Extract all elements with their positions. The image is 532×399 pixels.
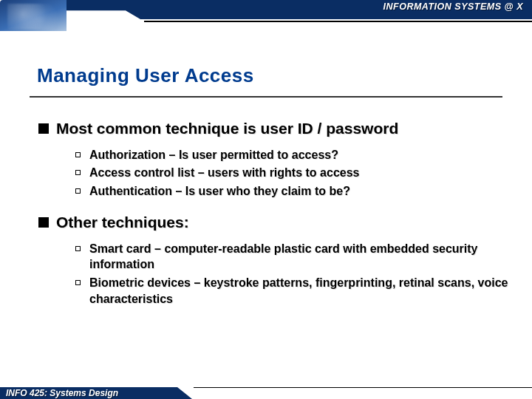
sub-bullet-list: Authorization – Is user permitted to acc… <box>38 143 510 212</box>
bullet-level2: Smart card – computer-readable plastic c… <box>75 241 510 273</box>
slide: INFORMATION SYSTEMS @ X Managing User Ac… <box>0 0 532 399</box>
bullet-level2: Authorization – Is user permitted to acc… <box>75 147 510 163</box>
bullet-level1: Other techniques: <box>38 212 510 232</box>
hollow-square-bullet-icon <box>75 188 81 194</box>
sub-bullet-text: Authentication – Is user who they claim … <box>89 183 350 200</box>
hollow-square-bullet-icon <box>75 246 81 251</box>
title-underline <box>30 96 502 98</box>
bullet-level1: Most common technique is user ID / passw… <box>38 118 510 138</box>
sub-bullet-text: Authorization – Is user permitted to acc… <box>89 147 338 163</box>
body: Most common technique is user ID / passw… <box>0 105 532 320</box>
header: INFORMATION SYSTEMS @ X <box>0 0 532 31</box>
header-photo <box>0 0 66 31</box>
footer-divider <box>194 387 532 389</box>
hollow-square-bullet-icon <box>75 280 81 285</box>
bullet-text: Other techniques: <box>56 212 189 232</box>
square-bullet-icon <box>38 123 49 134</box>
program-label: INFORMATION SYSTEMS @ X <box>383 1 523 12</box>
bullet-level2: Biometric devices – keystroke patterns, … <box>75 275 510 307</box>
slide-title: Managing User Access <box>37 64 502 87</box>
header-divider <box>144 21 532 22</box>
sub-bullet-text: Smart card – computer-readable plastic c… <box>89 241 510 273</box>
hollow-square-bullet-icon <box>75 152 81 157</box>
sub-bullet-text: Access control list – users with rights … <box>89 165 359 181</box>
course-label: INFO 425: Systems Design <box>6 387 118 399</box>
sub-bullet-list: Smart card – computer-readable plastic c… <box>38 236 510 319</box>
footer: INFO 425: Systems Design <box>0 383 532 399</box>
bullet-level2: Access control list – users with rights … <box>75 165 510 181</box>
hollow-square-bullet-icon <box>75 170 81 175</box>
bullet-text: Most common technique is user ID / passw… <box>56 118 398 138</box>
sub-bullet-text: Biometric devices – keystroke patterns, … <box>89 275 510 307</box>
bullet-level2: Authentication – Is user who they claim … <box>75 183 510 200</box>
title-area: Managing User Access <box>0 31 532 105</box>
square-bullet-icon <box>38 217 49 228</box>
